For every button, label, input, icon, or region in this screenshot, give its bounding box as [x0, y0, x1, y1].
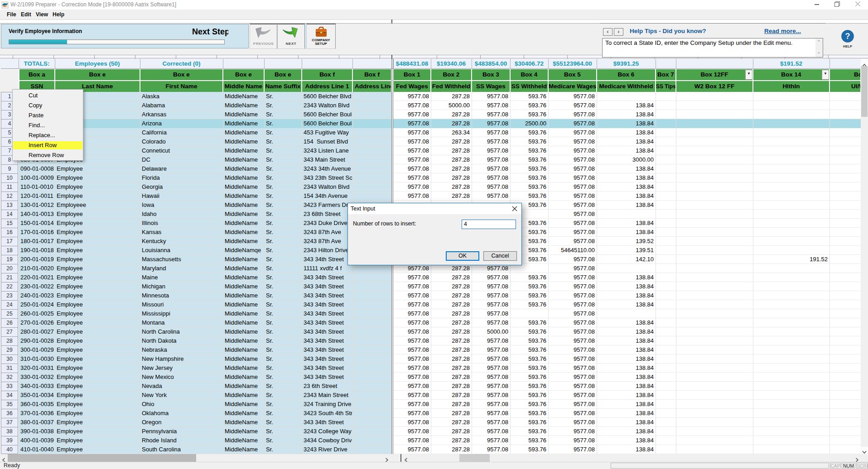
svg-text:?: ?: [845, 32, 850, 41]
